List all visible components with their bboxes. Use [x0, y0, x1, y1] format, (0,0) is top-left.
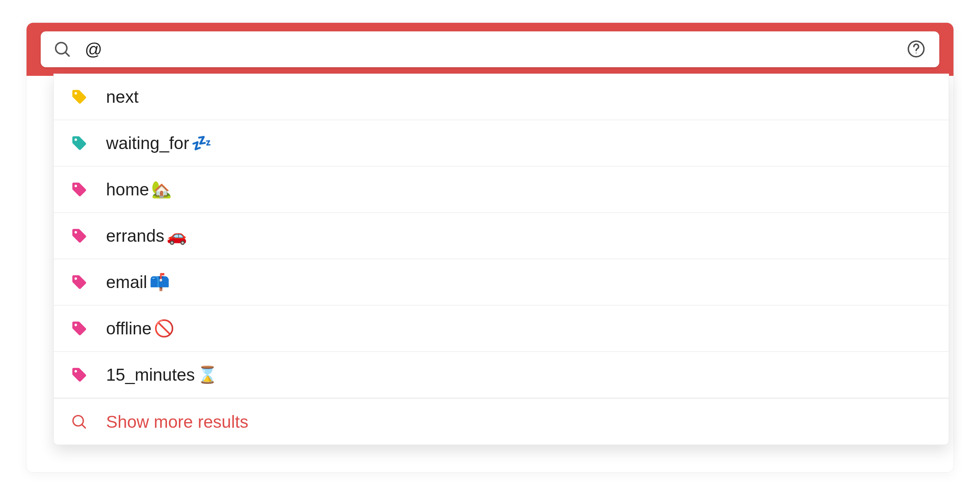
dropdown-item-waiting-for[interactable]: waiting_for💤 [54, 120, 949, 167]
svg-point-3 [916, 52, 917, 53]
svg-point-6 [75, 185, 77, 188]
tag-icon [70, 180, 88, 198]
tag-icon [70, 320, 88, 337]
svg-point-8 [75, 278, 77, 280]
svg-line-12 [82, 424, 85, 428]
dropdown-item-offline[interactable]: offline🚫 [54, 306, 949, 352]
list-item-label: 15_minutes⌛ [106, 364, 218, 385]
svg-point-4 [75, 92, 77, 95]
dropdown-item-next[interactable]: next [54, 74, 949, 120]
dropdown-item-errands[interactable]: errands🚗 [54, 213, 949, 259]
svg-point-5 [75, 138, 77, 141]
list-item-label: home🏡 [106, 179, 172, 199]
titlebar [27, 23, 953, 76]
svg-point-7 [75, 231, 77, 234]
search-input[interactable] [85, 39, 892, 59]
svg-point-9 [75, 324, 77, 326]
search-icon [53, 40, 72, 58]
show-more-button[interactable]: Show more results [54, 398, 949, 444]
dropdown-item-email[interactable]: email📫 [54, 259, 949, 306]
help-button[interactable] [906, 39, 927, 60]
list-item-label: errands🚗 [106, 226, 187, 246]
autocomplete-dropdown: next waiting_for💤 [53, 73, 949, 445]
help-icon [907, 40, 926, 59]
show-more-label: Show more results [106, 412, 248, 432]
list-item-label: waiting_for💤 [106, 133, 212, 153]
tag-icon [70, 227, 88, 245]
svg-point-10 [75, 370, 77, 373]
dropdown-item-15-minutes[interactable]: 15_minutes⌛ [54, 352, 949, 398]
list-item-label: next [106, 87, 141, 107]
app-card: next waiting_for💤 [26, 22, 954, 473]
tag-icon [70, 273, 88, 291]
tag-icon [70, 88, 88, 106]
svg-line-1 [65, 52, 69, 56]
list-item-label: offline🚫 [106, 318, 174, 339]
searchbar [41, 31, 939, 67]
search-icon [70, 413, 88, 431]
tag-icon [70, 366, 88, 384]
tag-icon [70, 134, 88, 152]
dropdown-item-home[interactable]: home🏡 [54, 167, 949, 213]
list-item-label: email📫 [106, 272, 170, 292]
